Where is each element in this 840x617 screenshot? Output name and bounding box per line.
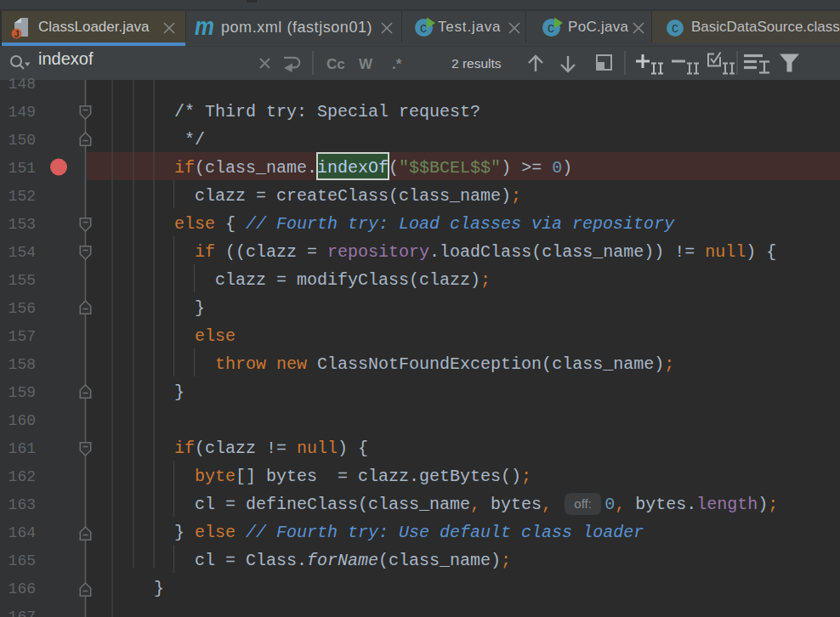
svg-text:C: C: [672, 23, 678, 36]
svg-text:C: C: [420, 23, 427, 36]
svg-text:C: C: [548, 23, 554, 36]
svg-text:J: J: [14, 30, 20, 39]
svg-text:m: m: [195, 13, 214, 40]
